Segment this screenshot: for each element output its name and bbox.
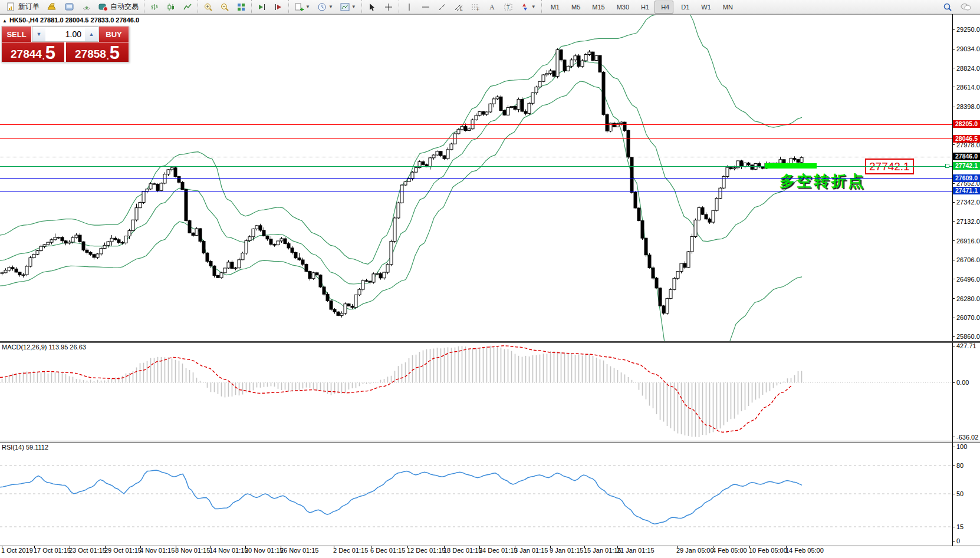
candles-icon xyxy=(166,2,176,12)
sell-button[interactable]: SELL xyxy=(2,27,31,42)
candlestick-chart-button[interactable] xyxy=(163,1,179,14)
toolbar-group-zoom xyxy=(198,0,251,14)
sell-price[interactable]: 27844.5 xyxy=(2,42,64,62)
price-tick: 28398.0 xyxy=(956,104,980,110)
fibonacci-button[interactable]: F xyxy=(468,1,483,14)
price-tick: 26706.0 xyxy=(956,257,980,263)
volume-input[interactable] xyxy=(45,27,85,41)
svg-text:T: T xyxy=(507,4,510,10)
pane-separator xyxy=(0,442,980,443)
pivot-note-text[interactable]: 多空转折点 xyxy=(780,171,865,191)
time-tick: 1 Oct 2019 xyxy=(1,547,33,554)
horizontal-line-button[interactable] xyxy=(418,1,433,14)
zoom-out-icon xyxy=(220,2,229,12)
clock-icon xyxy=(317,2,327,12)
price-tick: 27132.0 xyxy=(956,219,980,225)
price-tick: 25860.0 xyxy=(956,334,980,340)
time-tick: 9 Jan 01:15 xyxy=(550,547,584,554)
tf-m5-button[interactable]: M5 xyxy=(565,1,584,14)
tf-d1-button[interactable]: D1 xyxy=(675,1,693,14)
tf-mn-button[interactable]: MN xyxy=(716,1,737,14)
market-watch-button[interactable] xyxy=(44,1,60,14)
zoom-out-button[interactable] xyxy=(217,1,232,14)
tf-h1-button[interactable]: H1 xyxy=(634,1,653,14)
hline-icon xyxy=(421,2,430,12)
arrows-icon xyxy=(520,2,530,12)
templates-button[interactable]: ▼ xyxy=(337,1,359,14)
svg-text:A: A xyxy=(489,3,495,11)
price-badge-pivot: 27742.1 xyxy=(953,162,980,170)
volume-increase-button[interactable]: ▲ xyxy=(85,27,98,41)
tf-m1-button[interactable]: M1 xyxy=(544,1,564,14)
rsi-tick: 100 xyxy=(956,444,967,450)
line-chart-icon xyxy=(183,2,192,12)
periods-button[interactable]: ▼ xyxy=(314,1,336,14)
text-button[interactable]: A xyxy=(484,1,499,14)
label-button[interactable]: T xyxy=(501,1,516,14)
terminal-button[interactable] xyxy=(61,1,78,14)
rsi-tick: 50 xyxy=(956,491,963,497)
time-tick: 15 Jan 01:15 xyxy=(584,547,621,554)
toolbar: 新订单自动交易▼▼▼EFAT▼M1M5M15M30H1H4D1W1MN xyxy=(0,0,980,14)
tf-h4-button[interactable]: H4 xyxy=(655,1,673,14)
symbol-ohlc-line: ▲HK50-,H4 27881.0 28004.5 27833.0 27846.… xyxy=(2,16,139,24)
arrows-button[interactable]: ▼ xyxy=(517,1,539,14)
rsi-tick: 15 xyxy=(956,524,963,530)
auto-scroll-button[interactable] xyxy=(254,1,269,14)
h-line-support[interactable] xyxy=(0,191,952,191)
signals-button[interactable] xyxy=(79,1,94,14)
tile-windows-button[interactable] xyxy=(234,1,249,14)
rsi-label: RSI(14) 59.1112 xyxy=(2,444,48,451)
buy-button[interactable]: BUY xyxy=(99,27,129,42)
indicators-button[interactable]: ▼ xyxy=(291,1,313,14)
chart-shift-button[interactable] xyxy=(271,1,286,14)
crosshair-button[interactable] xyxy=(381,1,396,14)
line-chart-button[interactable] xyxy=(180,1,195,14)
pane-separator xyxy=(0,441,980,441)
search-button[interactable] xyxy=(939,1,956,14)
line-anchor-marker xyxy=(945,164,949,168)
h-line-support[interactable] xyxy=(0,178,952,179)
tf-m30-button[interactable]: M30 xyxy=(610,1,633,14)
time-tick: 8 Nov 01:15 xyxy=(175,547,210,554)
toolbar-group-insert: ▼▼▼ xyxy=(288,0,361,14)
price-tick: 28614.0 xyxy=(956,84,980,91)
time-tick: 2 Dec 01:15 xyxy=(333,547,368,554)
text-icon: A xyxy=(487,2,496,12)
chevron-down-icon: ▼ xyxy=(351,4,356,9)
template-icon xyxy=(340,2,350,12)
auto-scroll-icon xyxy=(257,2,267,12)
buy-price[interactable]: 27858.5 xyxy=(66,42,129,62)
pivot-highlight-segment[interactable] xyxy=(765,163,817,169)
h-line-resistance[interactable] xyxy=(0,124,952,125)
bar-chart-button[interactable] xyxy=(147,1,162,14)
time-tick: 24 Dec 01:15 xyxy=(479,547,517,554)
auto-trading-button[interactable]: 自动交易 xyxy=(96,1,142,14)
add-indicator-icon xyxy=(294,2,304,12)
chat-button[interactable] xyxy=(957,1,975,14)
panel-collapse-toggle[interactable]: ▲ xyxy=(2,18,7,24)
h-line-resistance[interactable] xyxy=(0,138,952,139)
tf-w1-button[interactable]: W1 xyxy=(695,1,715,14)
zoom-in-button[interactable] xyxy=(200,1,216,14)
h-line-current-price[interactable] xyxy=(0,157,952,157)
chart-window[interactable]: ▲HK50-,H4 27881.0 28004.5 27833.0 27846.… xyxy=(0,14,980,558)
svg-text:E: E xyxy=(460,7,463,11)
time-tick: 10 Feb 05:00 xyxy=(749,547,787,554)
vertical-line-button[interactable] xyxy=(402,1,417,14)
trendline-button[interactable] xyxy=(435,1,450,14)
volume-decrease-button[interactable]: ▼ xyxy=(32,27,45,41)
channel-icon: E xyxy=(454,2,463,12)
tf-m15-button[interactable]: M15 xyxy=(586,1,609,14)
mt4-terminal: 新订单自动交易▼▼▼EFAT▼M1M5M15M30H1H4D1W1MN ▲HK5… xyxy=(0,0,980,558)
toolbar-group-chart-type xyxy=(144,0,198,14)
price-badge-resistance: 28046.5 xyxy=(953,135,980,143)
price-tick: 27978.0 xyxy=(956,142,980,148)
channel-button[interactable]: E xyxy=(451,1,466,14)
crosshair-icon xyxy=(384,2,393,12)
new-order-button[interactable]: 新订单 xyxy=(4,1,42,14)
macd-pane xyxy=(0,342,952,441)
cursor-button[interactable] xyxy=(364,1,380,14)
toolbar-group-scroll xyxy=(251,0,288,14)
time-tick: 17 Oct 01:15 xyxy=(34,547,71,554)
